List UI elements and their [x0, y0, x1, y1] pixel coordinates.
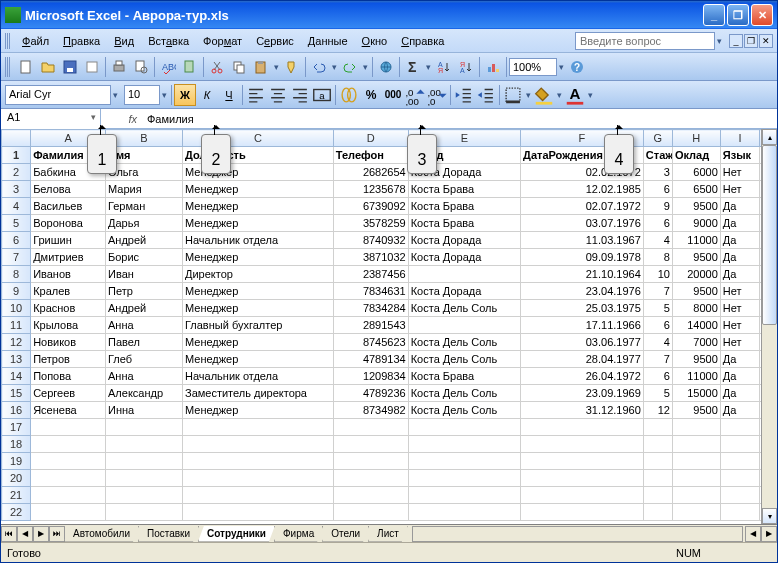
cell[interactable] [182, 470, 333, 487]
cell[interactable] [182, 453, 333, 470]
redo-dropdown[interactable]: ▾ [361, 60, 370, 74]
cell[interactable]: Герман [106, 198, 183, 215]
col-header-G[interactable]: G [643, 130, 672, 147]
cell[interactable]: Коста Брава [408, 181, 520, 198]
cell[interactable] [720, 504, 760, 521]
cell[interactable] [720, 487, 760, 504]
cell[interactable]: Коста Дорада [408, 283, 520, 300]
borders-dropdown[interactable]: ▾ [524, 88, 533, 102]
col-header-H[interactable]: H [672, 130, 720, 147]
cell[interactable] [182, 504, 333, 521]
undo-dropdown[interactable]: ▾ [330, 60, 339, 74]
cell[interactable]: 7834631 [333, 283, 408, 300]
hyperlink-button[interactable] [375, 56, 397, 78]
font-name-dropdown[interactable]: ▾ [111, 88, 120, 102]
tab-nav-next[interactable]: ▶ [33, 526, 49, 542]
cell[interactable]: Да [720, 266, 760, 283]
cell[interactable]: 6000 [672, 164, 720, 181]
cell[interactable]: 23.09.1969 [521, 385, 644, 402]
undo-button[interactable] [308, 56, 330, 78]
cell[interactable]: 3578259 [333, 215, 408, 232]
cell[interactable]: Имя [106, 147, 183, 164]
scroll-right-button[interactable]: ▶ [761, 526, 777, 542]
cell[interactable]: Директор [182, 266, 333, 283]
cell[interactable]: Глеб [106, 351, 183, 368]
row-header[interactable]: 3 [2, 181, 31, 198]
cell[interactable]: Да [720, 249, 760, 266]
cell[interactable]: Гришин [31, 232, 106, 249]
cell[interactable]: Нет [720, 334, 760, 351]
row-header[interactable]: 21 [2, 487, 31, 504]
cell[interactable] [182, 487, 333, 504]
cell[interactable]: 3871032 [333, 249, 408, 266]
cell[interactable] [106, 504, 183, 521]
fill-color-dropdown[interactable]: ▾ [555, 88, 564, 102]
cell[interactable]: 03.06.1977 [521, 334, 644, 351]
help-question-dropdown[interactable]: ▾ [715, 34, 724, 48]
row-header[interactable]: 18 [2, 436, 31, 453]
print-preview-button[interactable] [130, 56, 152, 78]
window-restore-button[interactable]: ❐ [727, 4, 749, 26]
cell[interactable]: Ясенева [31, 402, 106, 419]
bold-button[interactable]: Ж [174, 84, 196, 106]
menu-data[interactable]: Данные [301, 31, 355, 51]
cell[interactable]: Да [720, 232, 760, 249]
name-box[interactable]: A1 [1, 109, 101, 129]
row-header[interactable]: 8 [2, 266, 31, 283]
row-header[interactable]: 5 [2, 215, 31, 232]
menu-format[interactable]: Формат [196, 31, 249, 51]
cell[interactable] [408, 470, 520, 487]
cell[interactable]: Воронова [31, 215, 106, 232]
cell[interactable]: Андрей [106, 300, 183, 317]
cell[interactable]: Коста Брава [408, 368, 520, 385]
cell[interactable] [672, 470, 720, 487]
cell[interactable]: 9500 [672, 249, 720, 266]
cell[interactable]: Петров [31, 351, 106, 368]
cell[interactable] [333, 436, 408, 453]
cell[interactable] [106, 436, 183, 453]
font-color-button[interactable]: А [564, 84, 586, 106]
cell[interactable] [521, 453, 644, 470]
sheet-tab[interactable]: Отели [322, 526, 369, 542]
cell[interactable]: Менеджер [182, 249, 333, 266]
cell[interactable]: Попова [31, 368, 106, 385]
cut-button[interactable] [206, 56, 228, 78]
cell[interactable]: 9500 [672, 283, 720, 300]
cell[interactable]: Сергеев [31, 385, 106, 402]
cell[interactable]: 02.07.1972 [521, 198, 644, 215]
cell[interactable]: Краснов [31, 300, 106, 317]
paste-dropdown[interactable]: ▾ [272, 60, 281, 74]
menu-help[interactable]: Справка [394, 31, 451, 51]
mdi-restore-button[interactable]: ❐ [744, 34, 758, 48]
cell[interactable] [408, 266, 520, 283]
cell[interactable]: Петр [106, 283, 183, 300]
cell[interactable]: 12.02.1985 [521, 181, 644, 198]
cell[interactable] [643, 436, 672, 453]
zoom-dropdown[interactable]: ▾ [557, 60, 566, 74]
cell[interactable]: Стаж [643, 147, 672, 164]
cell[interactable] [720, 453, 760, 470]
cell[interactable] [521, 487, 644, 504]
cell[interactable]: Коста Дель Соль [408, 300, 520, 317]
cell[interactable]: Начальник отдела [182, 232, 333, 249]
cell[interactable] [672, 487, 720, 504]
cell[interactable] [182, 436, 333, 453]
decrease-decimal-button[interactable]: ,00,0 [426, 84, 448, 106]
autosum-button[interactable]: Σ [402, 56, 424, 78]
cell[interactable] [408, 419, 520, 436]
sheet-tab[interactable]: Сотрудники [198, 526, 275, 542]
redo-button[interactable] [339, 56, 361, 78]
cell[interactable]: 10 [643, 266, 672, 283]
cell[interactable]: 12 [643, 402, 672, 419]
cell[interactable]: Александр [106, 385, 183, 402]
cell[interactable]: Менеджер [182, 215, 333, 232]
cell[interactable] [672, 419, 720, 436]
cell[interactable]: 8740932 [333, 232, 408, 249]
cell[interactable]: Нет [720, 164, 760, 181]
cell[interactable]: 4 [643, 334, 672, 351]
menu-tools[interactable]: Сервис [249, 31, 301, 51]
copy-button[interactable] [228, 56, 250, 78]
cell[interactable]: Язык [720, 147, 760, 164]
cell[interactable]: Да [720, 385, 760, 402]
cell[interactable]: Менеджер [182, 334, 333, 351]
